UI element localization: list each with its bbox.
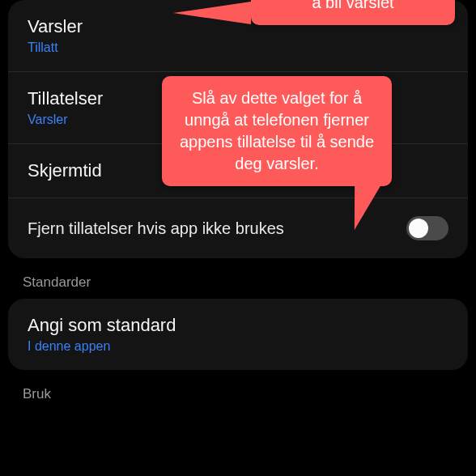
callout-notifications: å bli varslet bbox=[251, 0, 455, 25]
row-title: Angi som standard bbox=[28, 315, 448, 336]
callout-remove-permissions: Slå av dette valget for å unngå at telef… bbox=[162, 76, 392, 186]
callout-text: å bli varslet bbox=[312, 0, 393, 11]
callout-text: Slå av dette valget for å unngå at telef… bbox=[180, 89, 374, 172]
row-subtitle: I denne appen bbox=[28, 339, 448, 354]
toggle-knob bbox=[409, 219, 428, 238]
toggle-remove-permissions[interactable] bbox=[406, 216, 448, 240]
settings-group-defaults: Angi som standard I denne appen bbox=[8, 299, 468, 370]
row-remove-permissions-if-unused: Fjern tillatelser hvis app ikke brukes bbox=[8, 198, 468, 258]
section-header-standards: Standarder bbox=[0, 258, 476, 299]
row-subtitle: Tillatt bbox=[28, 40, 448, 55]
section-header-usage: Bruk bbox=[0, 370, 476, 410]
row-set-as-default[interactable]: Angi som standard I denne appen bbox=[8, 299, 468, 370]
